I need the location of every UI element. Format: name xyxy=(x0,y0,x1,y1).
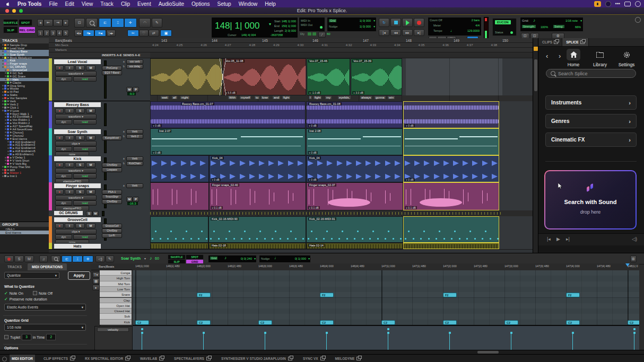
midi-note-kick[interactable]: C2 xyxy=(504,320,518,325)
midi-note-snare[interactable]: F2 xyxy=(197,293,211,297)
edit-mode-shuffle[interactable]: SHUFFLE xyxy=(3,19,18,26)
midi-tab-tracks[interactable]: TRACKS xyxy=(3,263,26,270)
solo-button[interactable]: S xyxy=(75,135,85,140)
drum-lane-open-hat[interactable]: Open Hat xyxy=(100,303,132,308)
mute-button[interactable]: M xyxy=(86,108,95,113)
track-name[interactable]: Finger snaps xyxy=(54,183,101,188)
clip-groove[interactable] xyxy=(403,216,499,243)
solo-button[interactable]: S xyxy=(75,189,85,195)
apple-menu-icon[interactable] xyxy=(5,2,10,6)
clip-lead[interactable]: Vox.07_15-39+ 3.0 dB xyxy=(351,58,402,95)
zoom-toggle-button[interactable]: ⊡ xyxy=(74,18,85,28)
solo-button[interactable]: S xyxy=(75,108,85,113)
track-name[interactable]: Kick xyxy=(54,156,101,161)
automation-mode-selector[interactable]: read xyxy=(73,119,97,125)
return-to-zero-button[interactable]: |◂ xyxy=(379,29,389,36)
midi-operation-dropdown[interactable]: Quantize▾ xyxy=(4,272,59,279)
record-enable-button[interactable]: ● xyxy=(55,162,64,167)
clip-lead[interactable]: Vox.05_11-08+ 5.5 dB xyxy=(223,58,306,95)
bar-number[interactable]: 145 xyxy=(262,39,268,42)
midi-record-button[interactable] xyxy=(4,255,14,262)
mute-button[interactable]: M xyxy=(86,189,95,195)
tuplet-numerator[interactable]: 3 xyxy=(22,334,31,340)
midi-note-snare[interactable]: F2 xyxy=(320,293,334,297)
tuplet-checkbox[interactable]: Tuplet 3 in Time 2 xyxy=(4,334,56,340)
main-counter-display[interactable]: 148| 1| 000 ▾ Start 148| 1| 000 End 150|… xyxy=(211,17,298,38)
send-slot[interactable]: Verb 2 xyxy=(126,134,143,139)
splice-nav-home[interactable]: Home xyxy=(562,49,585,67)
preview-play-button[interactable]: ▶ xyxy=(556,236,560,242)
midi-track-selector[interactable]: Soar Synth xyxy=(121,257,141,260)
midi-note-snare[interactable]: F2 xyxy=(566,293,580,297)
automation-mode-selector[interactable]: read xyxy=(73,173,97,179)
track-header-reecey[interactable]: Reecey Bass●ISMwaveform ▾dynread xyxy=(49,101,150,129)
grid-nudge-display[interactable]: Grid 1| 0| 000 ▾ Nudge 1| 0| 000 ▾ xyxy=(327,17,377,32)
clip-finger[interactable] xyxy=(150,182,209,210)
bottom-tab-sync-vx[interactable]: SYNC VX xyxy=(301,355,327,362)
go-to-end-button[interactable]: ▸| xyxy=(414,29,424,36)
clip-groove[interactable] xyxy=(150,216,208,243)
record-enable-button[interactable]: ● xyxy=(55,223,64,228)
velocity-lane[interactable] xyxy=(133,325,639,351)
menu-item-clip[interactable]: Clip xyxy=(121,1,130,7)
velocity-dot[interactable] xyxy=(326,332,328,334)
track-view-selector[interactable]: waveform ▾ xyxy=(55,114,97,119)
solo-button[interactable]: S xyxy=(75,223,85,228)
track-name[interactable]: Hats xyxy=(54,244,101,249)
velocity-dot[interactable] xyxy=(141,332,143,334)
automation-mode-selector[interactable]: read xyxy=(73,200,97,206)
insert-slot[interactable]: TrnsntShpr xyxy=(102,195,122,199)
input-monitor-button[interactable]: I xyxy=(65,223,74,228)
insert-slot[interactable]: ProComp xyxy=(102,66,122,70)
record-enable-button[interactable]: ● xyxy=(55,189,64,195)
drum-lane-conga[interactable]: Conga xyxy=(100,270,132,276)
midi-trim-tool[interactable]: ⊏ xyxy=(62,255,72,262)
send-slot[interactable]: vox delay xyxy=(126,64,143,69)
midi-note-kick[interactable]: C2 xyxy=(320,320,334,325)
velocity-dot[interactable] xyxy=(264,332,266,334)
bar-number[interactable]: 146 xyxy=(312,39,318,42)
keyboard-focus-button[interactable]: ▣ xyxy=(160,30,172,37)
velocity-dot[interactable] xyxy=(449,332,451,334)
tab-transient-button[interactable]: ◄▸ xyxy=(74,30,83,37)
midi-pencil-tool[interactable]: ✎ xyxy=(106,255,114,262)
zoom-preset-5[interactable]: 5 xyxy=(63,30,69,37)
velocity-dot[interactable] xyxy=(141,328,143,330)
input-monitor-button[interactable]: I xyxy=(65,65,74,70)
automation-mode-selector[interactable]: read xyxy=(73,146,97,152)
automation-follows-button[interactable]: ♡ xyxy=(139,30,149,37)
trim-tool-button[interactable]: ⊏ xyxy=(99,18,111,28)
zoom-horizontal-button[interactable]: ⇤ xyxy=(43,19,53,27)
velocity-dot[interactable] xyxy=(633,332,636,334)
send-mute-button[interactable]: M xyxy=(126,87,133,92)
drum-lane-closed-hat[interactable]: Closed Hat xyxy=(100,308,132,314)
groups-panel-header[interactable]: GROUPS xyxy=(0,222,49,227)
group-item[interactable]: <ALL> xyxy=(0,227,49,231)
menu-item-edit[interactable]: Edit xyxy=(65,1,74,7)
drum-lane-low-tom[interactable]: Low Tom xyxy=(100,287,132,292)
midi-note-kick[interactable]: C2 xyxy=(258,320,272,325)
record-enable-button[interactable]: ● xyxy=(55,65,64,70)
clip-hats[interactable]: Hats 02-18 xyxy=(208,243,306,249)
input-monitor-button[interactable]: I xyxy=(65,162,74,167)
clip-soar[interactable] xyxy=(403,128,499,155)
splice-forward-button[interactable]: › xyxy=(559,52,561,60)
bar-number[interactable]: 148 xyxy=(406,39,412,42)
automation-lane-selector[interactable]: dyn xyxy=(55,234,72,240)
apply-button[interactable]: Apply xyxy=(68,271,90,280)
bottom-tab-midi-editor[interactable]: MIDI EDITOR xyxy=(10,355,35,362)
bar-number[interactable]: 149 xyxy=(454,39,459,42)
zoom-preset-1[interactable]: 1 xyxy=(37,30,43,37)
link-timeline-button[interactable]: ≡▸ xyxy=(83,30,94,37)
send-pan-button[interactable]: P xyxy=(133,87,139,92)
tracks-list-item[interactable]: ▶Inst 1 xyxy=(0,174,49,178)
track-name[interactable]: Reecey Bass xyxy=(54,102,101,107)
stop-button[interactable] xyxy=(390,18,401,27)
ruler-row-label[interactable]: Markers xyxy=(55,48,67,51)
zoom-preset-2[interactable]: 2 xyxy=(43,30,50,37)
velocity-stem[interactable] xyxy=(634,332,634,350)
mute-button[interactable]: M xyxy=(86,162,95,167)
splice-tab-clips[interactable]: CLIPS xyxy=(538,38,562,46)
status-target-icon[interactable] xyxy=(2,357,7,361)
record-enable-button[interactable]: ● xyxy=(55,135,64,140)
